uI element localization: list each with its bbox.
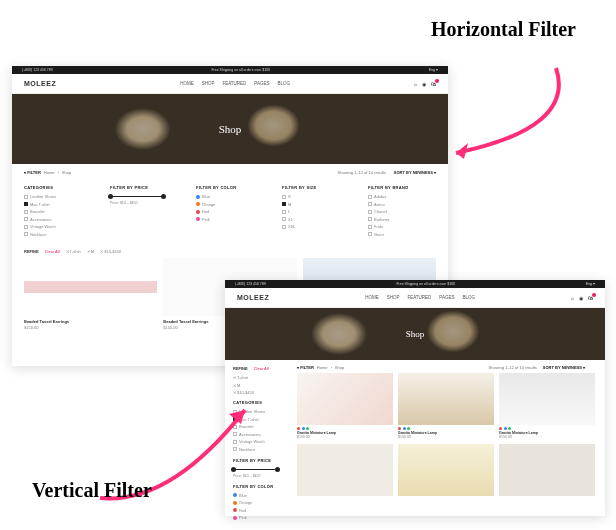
color-item[interactable]: Pink [233,515,289,520]
nav-blog[interactable]: BLOG [278,81,291,86]
top-bar: (+800) 123 456 789 Free Shipping on all … [12,66,448,74]
product-card[interactable] [499,444,595,498]
filter-categories: CATEGORIES Leather Shoes Max T-shirt Bra… [24,185,92,239]
nav-shop[interactable]: SHOP [202,81,215,86]
hero-title: Shop [406,329,425,339]
refine-label: REFINE [233,366,248,371]
color-item[interactable]: Orange [196,202,264,207]
cart-icon[interactable]: 🛍 [588,295,593,301]
crumb-home[interactable]: Home [44,170,55,175]
screenshot-vertical-filter: (+800) 123 456 789 Free Shipping on all … [225,280,605,516]
sort-dropdown[interactable]: SORT BY NEWNESS ▾ [394,170,436,175]
filter-brand: FILTER BY BRAND Adidas Arena Chanel Burb… [368,185,436,239]
crumb-home[interactable]: Home [317,365,328,370]
cat-item[interactable]: Vintage Watch [24,224,92,229]
nav-shop[interactable]: SHOP [387,295,400,300]
result-count: Showing 1–12 of 14 results [338,170,386,175]
refine-tag[interactable]: ✕ $10-$450 [100,249,121,254]
hero-banner: Shop [12,94,448,164]
product-card[interactable] [297,444,393,498]
nav-links: HOME SHOP FEATURED PAGES BLOG [365,295,475,300]
price-slider[interactable] [110,196,164,197]
color-item[interactable]: Red [196,209,264,214]
logo[interactable]: MOLEEZ [237,294,269,301]
result-count: Showing 1–12 of 14 results [489,365,537,370]
nav-home[interactable]: HOME [365,295,379,300]
product-image [24,258,157,316]
color-item[interactable]: Blue [196,194,264,199]
product-image [499,373,595,425]
filter-toggle[interactable]: ▾ FILTER [297,365,314,370]
toolbar: ▾ FILTER Home › Shop Showing 1–12 of 14 … [12,164,448,181]
horizontal-filter-panel: CATEGORIES Leather Shoes Max T-shirt Bra… [12,181,448,245]
cat-item[interactable]: Max T-shirt [24,202,92,207]
hero-banner: Shop [225,308,605,360]
product-image [398,444,494,496]
cat-item[interactable]: Necklace [24,232,92,237]
search-icon[interactable]: ⌕ [571,295,574,301]
nav-blog[interactable]: BLOG [463,295,476,300]
color-item[interactable]: Pink [196,217,264,222]
navbar: MOLEEZ HOME SHOP FEATURED PAGES BLOG ⌕ ◉… [225,288,605,308]
promo-text: Free Shipping on all orders over $100 [396,282,455,286]
product-card[interactable] [398,444,494,498]
cat-item[interactable]: Accessories [24,217,92,222]
search-icon[interactable]: ⌕ [414,81,417,87]
size-item[interactable]: XL [282,217,350,222]
product-card[interactable]: Beaded Tassel Earrings $150.00 [24,258,157,330]
refine-tag[interactable]: ✕ T-shirt [233,375,289,380]
crumb-shop: Shop [62,170,71,175]
promo-text: Free Shipping on all orders over $100 [211,68,270,72]
lang-switch[interactable]: Eng ▾ [586,282,595,286]
phone: (+800) 123 456 789 [22,68,53,72]
nav-pages[interactable]: PAGES [254,81,269,86]
navbar: MOLEEZ HOME SHOP FEATURED PAGES BLOG ⌕ ◉… [12,74,448,94]
product-image [297,444,393,496]
refine-tag[interactable]: ✕ M [87,249,94,254]
product-card[interactable]: Gravita Miniature Lamp $150.00 [398,373,494,439]
size-item[interactable]: L [282,209,350,214]
product-image [297,373,393,425]
top-bar: (+800) 123 456 789 Free Shipping on all … [225,280,605,288]
refine-tag[interactable]: ✕ M [233,383,289,388]
cat-item[interactable]: Leather Shoes [24,194,92,199]
label-horizontal-filter: Horizontal Filter [431,18,576,41]
user-icon[interactable]: ◉ [579,295,583,301]
product-image [499,444,595,496]
nav-featured[interactable]: FEATURED [407,295,431,300]
filter-toggle[interactable]: ▾ FILTER [24,170,41,175]
logo[interactable]: MOLEEZ [24,80,56,87]
brand-item[interactable]: Adidas [368,194,436,199]
refine-bar: REFINE Clear All ✕ T-shirt ✕ M ✕ $10-$45… [12,245,448,258]
brand-item[interactable]: Frida [368,224,436,229]
brand-item[interactable]: Chanel [368,209,436,214]
nav-links: HOME SHOP FEATURED PAGES BLOG [180,81,290,86]
refine-tag[interactable]: ✕ T-shirt [66,249,81,254]
brand-item[interactable]: Gucci [368,232,436,237]
brand-item[interactable]: Burberry [368,217,436,222]
size-item[interactable]: S [282,194,350,199]
nav-featured[interactable]: FEATURED [222,81,246,86]
size-item[interactable]: M [282,202,350,207]
product-card[interactable]: Gravita Miniature Lamp $150.00 [297,373,393,439]
refine-label: REFINE [24,249,39,254]
label-vertical-filter: Vertical Filter [32,479,152,502]
sort-dropdown[interactable]: SORT BY NEWNESS ▾ [543,365,585,370]
cat-item[interactable]: Bracelet [24,209,92,214]
filter-price: FILTER BY PRICE Price: $10 – $450 [110,185,178,239]
nav-home[interactable]: HOME [180,81,194,86]
product-grid: Gravita Miniature Lamp $150.00 Gravita M… [297,373,595,498]
clear-all[interactable]: Clear All [45,249,60,254]
phone: (+800) 123 456 789 [235,282,266,286]
filter-size: FILTER BY SIZE S M L XL XXL [282,185,350,239]
arrow-horizontal [426,58,586,168]
nav-pages[interactable]: PAGES [439,295,454,300]
price-range-text: Price: $10 – $450 [110,201,178,205]
brand-item[interactable]: Arena [368,202,436,207]
clear-all[interactable]: Clear All [254,366,269,371]
crumb-shop: Shop [335,365,344,370]
product-image [398,373,494,425]
product-card[interactable]: Gravita Miniature Lamp $150.00 [499,373,595,439]
filter-color: FILTER BY COLOR Blue Orange Red Pink [196,185,264,239]
size-item[interactable]: XXL [282,224,350,229]
